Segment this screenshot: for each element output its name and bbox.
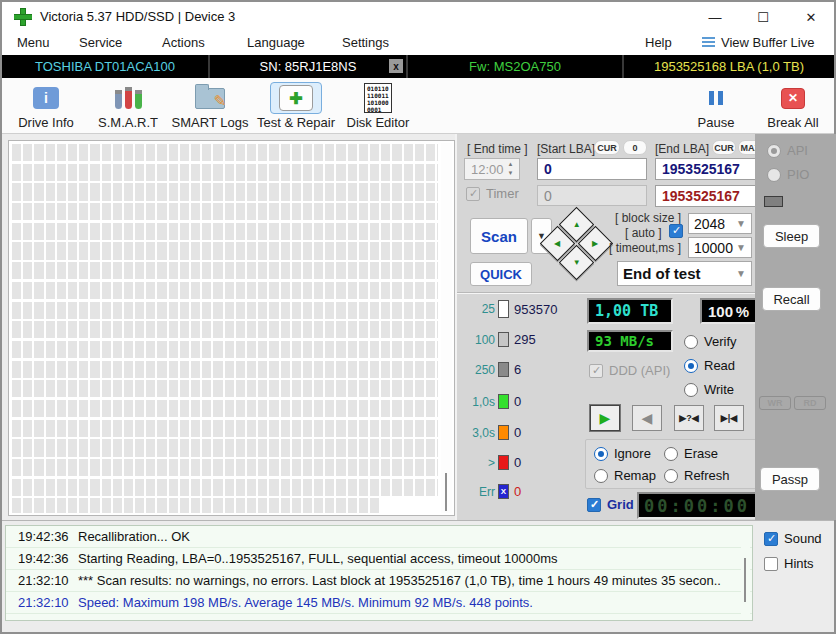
drive-model[interactable]: TOSHIBA DT01ACA100 xyxy=(2,55,208,78)
drive-tab-close-icon[interactable]: x xyxy=(389,59,403,73)
passport-button[interactable]: Passp xyxy=(760,467,820,491)
minimize-button[interactable]: — xyxy=(698,2,732,32)
block-cell xyxy=(404,361,413,378)
block-cell xyxy=(146,262,155,279)
block-cell xyxy=(113,223,122,240)
pio-radio[interactable] xyxy=(767,168,781,182)
sleep-button[interactable]: Sleep xyxy=(763,224,820,248)
block-cell xyxy=(191,420,200,437)
menu-item-help[interactable]: Help xyxy=(645,35,672,50)
block-cell xyxy=(180,164,189,181)
block-cell xyxy=(102,341,111,358)
log-scrollbar-thumb[interactable] xyxy=(744,558,746,602)
block-cell xyxy=(415,380,424,397)
block-cell xyxy=(247,459,256,476)
tab-smart-logs[interactable]: ✎ SMART Logs xyxy=(168,81,252,130)
play-forward-button[interactable]: ▶ xyxy=(590,405,620,431)
close-button[interactable]: ✕ xyxy=(794,2,828,32)
tab-test-repair[interactable]: ✚ Test & Repair xyxy=(254,81,338,130)
rd-button[interactable]: RD xyxy=(794,396,826,410)
end-lba-input[interactable]: 1953525167 xyxy=(655,158,763,180)
block-cell xyxy=(102,380,111,397)
ddd-checkbox[interactable] xyxy=(589,364,603,378)
block-cell xyxy=(225,361,234,378)
block-cell xyxy=(202,262,211,279)
wr-button[interactable]: WR xyxy=(759,396,791,410)
menu-item-settings[interactable]: Settings xyxy=(342,35,389,50)
erase-radio[interactable] xyxy=(664,447,678,461)
read-radio[interactable] xyxy=(684,359,698,373)
scan-button[interactable]: Scan xyxy=(470,218,528,254)
action-ignore[interactable]: Ignore xyxy=(594,446,651,461)
block-cell xyxy=(325,459,334,476)
menu-item-menu[interactable]: Menu xyxy=(17,35,50,50)
sound-checkbox[interactable] xyxy=(764,532,778,546)
menu-item-service[interactable]: Service xyxy=(79,35,122,50)
block-cell xyxy=(258,262,267,279)
start-lba-input[interactable]: 0 xyxy=(537,158,647,180)
block-cell xyxy=(281,282,290,299)
mode-verify[interactable]: Verify xyxy=(684,334,737,349)
play-reverse-button[interactable]: ◀ xyxy=(632,405,662,431)
api-radio[interactable] xyxy=(767,144,781,158)
block-cell xyxy=(90,144,99,161)
auto-checkbox[interactable] xyxy=(669,224,683,238)
timeout-select[interactable]: 10000▼ xyxy=(688,237,752,258)
mode-write[interactable]: Write xyxy=(684,382,734,397)
write-radio[interactable] xyxy=(684,383,698,397)
random-read-button[interactable]: ▶?◀ xyxy=(674,405,704,431)
block-cell xyxy=(303,183,312,200)
map-scrollbar[interactable] xyxy=(441,143,452,513)
tab-drive-info[interactable]: i Drive Info xyxy=(8,81,84,130)
end-lba-cur-button[interactable]: CUR xyxy=(712,140,736,155)
menu-item-actions[interactable]: Actions xyxy=(162,35,205,50)
timer-checkbox[interactable] xyxy=(466,187,480,201)
ignore-radio[interactable] xyxy=(594,447,608,461)
pause-button[interactable]: Pause xyxy=(688,81,744,130)
block-cell xyxy=(213,282,222,299)
menu-item-language[interactable]: Language xyxy=(247,35,305,50)
block-cell xyxy=(90,479,99,496)
grid-checkbox[interactable] xyxy=(587,498,601,512)
action-remap[interactable]: Remap xyxy=(594,468,656,483)
tab-disk-editor[interactable]: 0101101100111010000001 Disk Editor xyxy=(342,81,414,130)
hints-option[interactable]: Hints xyxy=(764,556,814,571)
block-cell xyxy=(392,203,401,220)
block-cell xyxy=(281,203,290,220)
action-refresh[interactable]: Refresh xyxy=(664,468,730,483)
tab-smart[interactable]: S.M.A.R.T xyxy=(90,81,166,130)
pio-option[interactable]: PIO xyxy=(767,167,809,182)
hints-checkbox[interactable] xyxy=(764,557,778,571)
block-cell xyxy=(23,183,32,200)
block-cell xyxy=(258,498,267,513)
block-cell xyxy=(157,282,166,299)
remap-radio[interactable] xyxy=(594,469,608,483)
butterfly-read-button[interactable]: ▶|◀ xyxy=(714,405,744,431)
log-box[interactable]: 19:42:36Recallibration... OK 19:42:36Sta… xyxy=(5,525,753,621)
block-size-select[interactable]: 2048▼ xyxy=(688,213,752,234)
break-all-button[interactable]: ✕ Break All xyxy=(760,81,826,130)
start-lba-cur-button[interactable]: CUR xyxy=(594,140,620,155)
spinner-arrows-icon[interactable]: ▲▼ xyxy=(504,160,517,178)
mode-read[interactable]: Read xyxy=(684,358,735,373)
api-option[interactable]: API xyxy=(767,143,808,158)
block-cell xyxy=(124,262,133,279)
verify-radio[interactable] xyxy=(684,335,698,349)
refresh-radio[interactable] xyxy=(664,469,678,483)
action-erase[interactable]: Erase xyxy=(664,446,718,461)
block-cell xyxy=(415,242,424,259)
log-scrollbar[interactable] xyxy=(741,528,750,618)
block-cell xyxy=(269,144,278,161)
end-time-spinner[interactable]: 12:00 ▲▼ xyxy=(464,158,520,180)
block-cell xyxy=(79,420,88,437)
block-cell xyxy=(12,400,21,417)
end-action-select[interactable]: End of test▼ xyxy=(617,261,752,286)
quick-button[interactable]: QUICK xyxy=(470,262,532,286)
map-scrollbar-thumb[interactable] xyxy=(445,473,447,511)
block-cell xyxy=(404,203,413,220)
view-buffer-live[interactable]: View Buffer Live xyxy=(702,35,814,50)
recall-button[interactable]: Recall xyxy=(762,287,821,311)
start-lba-zero-button[interactable]: 0 xyxy=(623,140,647,155)
sound-option[interactable]: Sound xyxy=(764,531,822,546)
maximize-button[interactable]: ☐ xyxy=(746,2,780,32)
